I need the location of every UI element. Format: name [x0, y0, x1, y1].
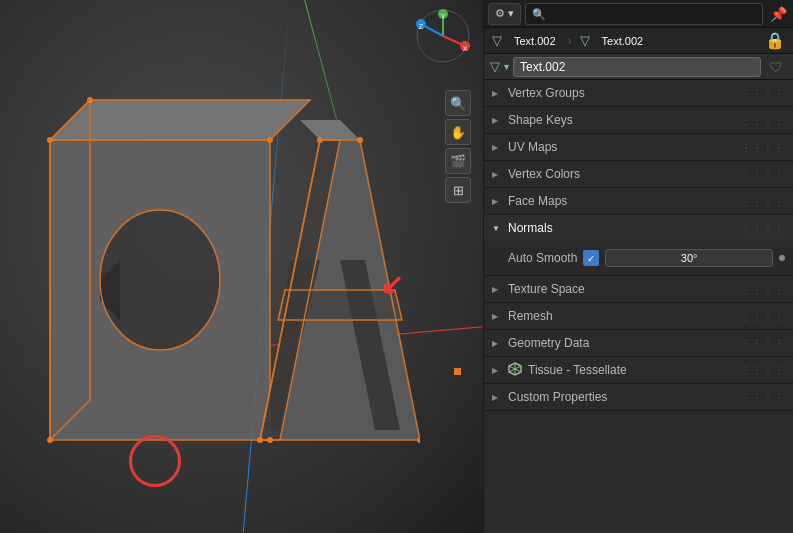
dots-shape-keys: ⋮⋮⋮⋮ — [741, 115, 785, 126]
object-tabs: ▽ Text.002 › ▽ Text.002 🔒 — [484, 28, 793, 54]
auto-smooth-row: Auto Smooth — [484, 245, 793, 271]
geometry-data-row[interactable]: ▶ Geometry Data ⋮⋮⋮⋮ — [484, 330, 793, 356]
viewport-tools: 🔍 ✋ 🎬 ⊞ — [445, 90, 471, 203]
normals-content: Auto Smooth — [484, 241, 793, 275]
object-name-input[interactable] — [513, 57, 761, 77]
angle-dot — [779, 255, 785, 261]
svg-point-18 — [47, 137, 53, 143]
arrow-uv-maps: ▶ — [492, 143, 502, 152]
svg-marker-1 — [50, 100, 310, 140]
tissue-icon — [508, 362, 522, 379]
face-maps-row[interactable]: ▶ Face Maps ⋮⋮⋮⋮ — [484, 188, 793, 214]
custom-properties-row[interactable]: ▶ Custom Properties ⋮⋮⋮⋮ — [484, 384, 793, 410]
hand-btn[interactable]: ✋ — [445, 119, 471, 145]
arrow-normals: ▼ — [492, 224, 502, 233]
section-normals: ▼ Normals ⋮⋮⋮⋮ Auto Smooth — [484, 215, 793, 276]
section-remesh: ▶ Remesh ⋮⋮⋮⋮ — [484, 303, 793, 330]
selected-vertex-dot — [454, 368, 461, 375]
arrow-shape-keys: ▶ — [492, 116, 502, 125]
remesh-row[interactable]: ▶ Remesh ⋮⋮⋮⋮ — [484, 303, 793, 329]
tab-object1[interactable]: Text.002 — [510, 33, 560, 49]
uv-maps-label: UV Maps — [508, 140, 557, 154]
tab-object2[interactable]: Text.002 — [598, 33, 648, 49]
dots-face-maps: ⋮⋮⋮⋮ — [741, 196, 785, 207]
vertex-colors-row[interactable]: ▶ Vertex Colors ⋮⋮⋮⋮ — [484, 161, 793, 187]
shape-keys-row[interactable]: ▶ Shape Keys ⋮⋮⋮⋮ — [484, 107, 793, 133]
dots-normals: ⋮⋮⋮⋮ — [741, 223, 785, 234]
pin-button[interactable]: 📌 — [767, 3, 789, 25]
dots-texture-space: ⋮⋮⋮⋮ — [741, 284, 785, 295]
angle-input[interactable] — [605, 249, 773, 267]
remesh-label: Remesh — [508, 309, 553, 323]
axis-widget: Y X Z — [415, 8, 471, 64]
dropdown-icon: ▾ — [504, 61, 509, 72]
dots-tissue: ⋮⋮⋮⋮ — [741, 365, 785, 376]
section-uv-maps: ▶ UV Maps ⋮⋮⋮⋮ — [484, 134, 793, 161]
geometry-data-label: Geometry Data — [508, 336, 589, 350]
normals-label: Normals — [508, 221, 553, 235]
svg-marker-11 — [300, 120, 360, 140]
grid-btn[interactable]: ⊞ — [445, 177, 471, 203]
properties-panel: ⚙ ▾ 📌 ▽ Text.002 › ▽ Text.002 🔒 ▽ ▾ 🛡 ▶ … — [483, 0, 793, 533]
texture-space-label: Texture Space — [508, 282, 585, 296]
auto-smooth-label: Auto Smooth — [508, 251, 577, 265]
svg-point-23 — [317, 137, 323, 143]
search-input[interactable] — [525, 3, 763, 25]
zoom-btn[interactable]: 🔍 — [445, 90, 471, 116]
section-texture-space: ▶ Texture Space ⋮⋮⋮⋮ — [484, 276, 793, 303]
section-shape-keys: ▶ Shape Keys ⋮⋮⋮⋮ — [484, 107, 793, 134]
arrow-texture-space: ▶ — [492, 285, 502, 294]
arrow-geometry-data: ▶ — [492, 339, 502, 348]
mesh-icon-2: ▽ — [580, 33, 590, 48]
section-vertex-groups: ▶ Vertex Groups ⋮⋮⋮⋮ — [484, 80, 793, 107]
svg-point-19 — [87, 97, 93, 103]
svg-point-25 — [257, 437, 263, 443]
section-vertex-colors: ▶ Vertex Colors ⋮⋮⋮⋮ — [484, 161, 793, 188]
dots-geometry-data: ⋮⋮⋮⋮ — [741, 338, 785, 349]
editor-type-btn[interactable]: ⚙ ▾ — [488, 3, 521, 25]
panel-header: ⚙ ▾ 📌 — [484, 0, 793, 28]
section-custom-properties: ▶ Custom Properties ⋮⋮⋮⋮ — [484, 384, 793, 411]
properties-list: ▶ Vertex Groups ⋮⋮⋮⋮ ▶ Shape Keys ⋮⋮⋮⋮ ▶… — [484, 80, 793, 533]
camera-btn[interactable]: 🎬 — [445, 148, 471, 174]
tissue-row[interactable]: ▶ Tissue - Tessellate ⋮⋮⋮⋮ — [484, 357, 793, 383]
shield-button[interactable]: 🛡 — [765, 56, 787, 78]
vertex-groups-row[interactable]: ▶ Vertex Groups ⋮⋮⋮⋮ — [484, 80, 793, 106]
section-face-maps: ▶ Face Maps ⋮⋮⋮⋮ — [484, 188, 793, 215]
dots-custom-props: ⋮⋮⋮⋮ — [741, 392, 785, 403]
svg-point-22 — [47, 437, 53, 443]
vertex-groups-label: Vertex Groups — [508, 86, 585, 100]
auto-smooth-checkbox[interactable] — [583, 250, 599, 266]
arrow-custom-props: ▶ — [492, 393, 502, 402]
arrow-vertex-colors: ▶ — [492, 170, 502, 179]
object-name-row: ▽ ▾ 🛡 — [484, 54, 793, 80]
arrow-remesh: ▶ — [492, 312, 502, 321]
section-geometry-data: ▶ Geometry Data ⋮⋮⋮⋮ — [484, 330, 793, 357]
dots-vertex-colors: ⋮⋮⋮⋮ — [741, 169, 785, 180]
texture-space-row[interactable]: ▶ Texture Space ⋮⋮⋮⋮ — [484, 276, 793, 302]
svg-point-21 — [267, 437, 273, 443]
shape-keys-label: Shape Keys — [508, 113, 573, 127]
dots-vertex-groups: ⋮⋮⋮⋮ — [741, 88, 785, 99]
arrow-vertex-groups: ▶ — [492, 89, 502, 98]
tissue-label: Tissue - Tessellate — [528, 363, 627, 377]
svg-point-24 — [357, 137, 363, 143]
viewport: Y X Z 🔍 ✋ 🎬 ⊞ ↙ — [0, 0, 483, 533]
arrow-tissue: ▶ — [492, 366, 502, 375]
3d-text-object — [30, 60, 420, 480]
custom-properties-label: Custom Properties — [508, 390, 607, 404]
tab-separator: › — [568, 34, 572, 48]
normals-row[interactable]: ▼ Normals ⋮⋮⋮⋮ — [484, 215, 793, 241]
arrow-face-maps: ▶ — [492, 197, 502, 206]
mesh-icon: ▽ — [492, 33, 502, 48]
svg-text:X: X — [463, 45, 468, 52]
dots-uv-maps: ⋮⋮⋮⋮ — [741, 142, 785, 153]
svg-text:Y: Y — [441, 13, 446, 20]
svg-point-20 — [267, 137, 273, 143]
svg-text:Z: Z — [419, 23, 424, 30]
editor-icon: ⚙ — [495, 7, 505, 20]
tab-lock-icon: 🔒 — [765, 31, 785, 50]
uv-maps-row[interactable]: ▶ UV Maps ⋮⋮⋮⋮ — [484, 134, 793, 160]
object-data-icon: ▽ — [490, 59, 500, 74]
vertex-colors-label: Vertex Colors — [508, 167, 580, 181]
